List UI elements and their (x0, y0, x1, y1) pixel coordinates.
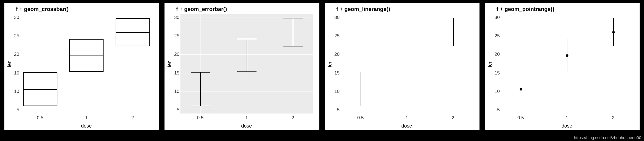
x-tick: 0.5 (197, 115, 204, 121)
y-tick: 15 (8, 70, 19, 76)
pointrange-geom (567, 39, 567, 72)
plot-wrap: len51015202530 (485, 14, 640, 130)
x-tick: 0.5 (357, 115, 364, 121)
plot-area (180, 14, 313, 114)
chart-panel-linerange: f + geom_linerange()len510152025300.512d… (325, 3, 479, 130)
crossbar-geom (23, 72, 57, 106)
crossbar-geom (116, 18, 150, 46)
y-axis: len51015202530 (325, 14, 341, 114)
chart-panel-crossbar: f + geom_crossbar()len510152025300.512do… (4, 3, 159, 130)
y-tick: 20 (168, 52, 179, 57)
x-tick: 1 (245, 115, 248, 121)
attribution-text: https://blog.csdn.net/zhouhucheng00 (574, 135, 641, 140)
y-tick: 25 (168, 33, 179, 39)
x-axis: 0.512dose (341, 114, 473, 130)
panel-title: f + geom_errorbar() (165, 3, 319, 14)
y-tick: 30 (329, 15, 340, 20)
x-tick: 2 (292, 115, 294, 121)
y-tick: 15 (329, 70, 340, 76)
crossbar-geom (69, 39, 104, 72)
y-axis: len51015202530 (4, 14, 20, 114)
x-tick: 0.5 (37, 115, 43, 121)
y-tick: 10 (329, 89, 340, 94)
x-tick: 0.5 (517, 115, 524, 121)
plot-area (341, 14, 473, 114)
errorbar-geom (293, 18, 293, 46)
y-tick: 10 (489, 89, 500, 94)
x-axis-label: dose (402, 123, 412, 129)
plot-wrap: len51015202530 (325, 14, 479, 130)
y-tick: 25 (8, 33, 19, 39)
x-axis-label: dose (241, 123, 252, 129)
errorbar-geom (200, 72, 201, 106)
plot-area (20, 14, 152, 114)
panel-title: f + geom_pointrange() (485, 3, 640, 14)
x-tick: 1 (566, 115, 568, 121)
x-tick: 2 (612, 115, 614, 121)
y-tick: 30 (489, 15, 500, 20)
y-tick: 5 (8, 107, 19, 113)
x-tick: 2 (131, 115, 134, 121)
y-tick: 5 (168, 107, 179, 113)
y-tick: 25 (329, 33, 340, 39)
y-tick: 15 (168, 70, 179, 76)
plot-wrap: len51015202530 (4, 14, 159, 130)
panel-title: f + geom_linerange() (325, 3, 479, 14)
panel-title: f + geom_crossbar() (4, 3, 159, 14)
y-tick: 10 (8, 89, 19, 94)
y-tick: 10 (168, 89, 179, 94)
y-tick: 20 (8, 52, 19, 57)
y-tick: 30 (8, 15, 19, 20)
plot-wrap: len51015202530 (165, 14, 319, 130)
pointrange-geom (521, 72, 521, 106)
chart-panel-errorbar: f + geom_errorbar()len510152025300.512do… (165, 3, 319, 130)
y-axis: len51015202530 (485, 14, 501, 114)
x-axis: 0.512dose (501, 114, 633, 130)
plot-area (501, 14, 633, 114)
chart-panel-row: f + geom_crossbar()len510152025300.512do… (0, 0, 644, 141)
y-axis: len51015202530 (165, 14, 180, 114)
x-tick: 1 (85, 115, 88, 121)
y-tick: 15 (489, 70, 500, 76)
y-tick: 25 (489, 33, 500, 39)
y-tick: 30 (168, 15, 179, 20)
linerange-geom (407, 39, 407, 72)
y-tick: 20 (489, 52, 500, 57)
y-tick: 5 (329, 107, 340, 113)
linerange-geom (453, 18, 454, 46)
y-tick: 20 (329, 52, 340, 57)
pointrange-geom (613, 18, 614, 46)
x-tick: 1 (405, 115, 408, 121)
x-axis-label: dose (81, 123, 92, 129)
y-tick: 5 (489, 107, 500, 113)
x-tick: 2 (452, 115, 454, 121)
x-axis: 0.512dose (180, 114, 313, 130)
x-axis: 0.512dose (20, 114, 152, 130)
errorbar-geom (247, 39, 247, 72)
linerange-geom (361, 72, 361, 106)
chart-panel-pointrange: f + geom_pointrange()len510152025300.512… (485, 3, 640, 130)
x-axis-label: dose (562, 123, 572, 129)
